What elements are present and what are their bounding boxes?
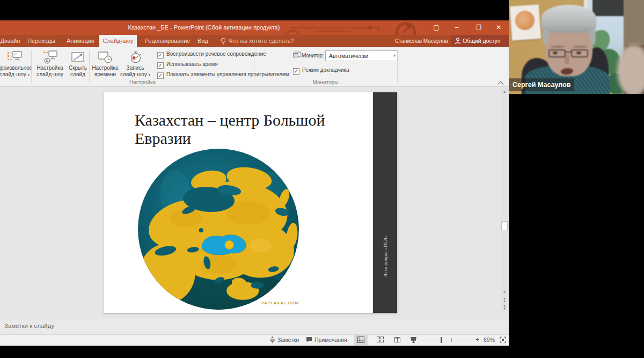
share-button[interactable]: Общий доступ bbox=[451, 35, 509, 47]
webcam-person-eyebrow bbox=[551, 46, 565, 48]
checkbox-show-media-controls[interactable]: ✓Показать элементы управления проигрыват… bbox=[157, 71, 289, 78]
checkbox-play-narrations[interactable]: ✓Воспроизвести речевое сопровождение bbox=[157, 50, 266, 58]
title-bar: ↗ Казахстан _БЕ - PowerPoint (Сбой актив… bbox=[0, 20, 509, 35]
monitor-dropdown[interactable]: Автоматически ▾ bbox=[325, 50, 398, 61]
zoom-slider-thumb[interactable] bbox=[441, 337, 442, 343]
notes-icon bbox=[269, 337, 275, 343]
tab-review[interactable]: Рецензирование bbox=[138, 35, 196, 47]
slide-title-line2: Евразии bbox=[135, 129, 191, 147]
group-label-setup: Настройка bbox=[31, 79, 254, 85]
status-bar: Заметки Примечания bbox=[0, 334, 509, 346]
webcam-person-sideburn bbox=[590, 29, 596, 45]
tab-design[interactable]: Дизайн bbox=[0, 35, 20, 47]
ribbon-separator bbox=[254, 50, 254, 83]
comments-toggle-button[interactable]: Примечания bbox=[306, 335, 347, 345]
tab-transitions[interactable]: Переходы bbox=[23, 35, 60, 47]
reading-view-icon bbox=[394, 337, 401, 343]
checkbox-use-timings-label: Использовать время bbox=[166, 61, 218, 67]
slide-title: Казахстан – центр Большой Евразии bbox=[135, 111, 371, 148]
notes-pane[interactable]: Заметки к слайду bbox=[0, 318, 509, 334]
person-icon bbox=[455, 38, 461, 45]
fit-to-window-icon bbox=[500, 337, 506, 343]
record-slideshow-label: Запись слайд-шоу bbox=[120, 65, 147, 77]
monitor-icon bbox=[293, 52, 301, 59]
slide-sorter-icon bbox=[377, 337, 384, 343]
rehearse-timings-label: Настройка времени bbox=[92, 65, 118, 77]
normal-view-button[interactable] bbox=[354, 335, 368, 345]
checkbox-presenter-view-label: Режим докладчика bbox=[302, 67, 349, 73]
ribbon-separator bbox=[397, 50, 398, 83]
collapse-ribbon-button[interactable] bbox=[499, 81, 503, 86]
next-slide-button[interactable]: ▼▼ bbox=[501, 305, 508, 310]
webcam-person-hair bbox=[541, 5, 596, 33]
webcam-person-glasses-bridge bbox=[566, 52, 571, 53]
window-title: Казахстан _БЕ - PowerPoint (Сбой активац… bbox=[0, 20, 408, 35]
watermark-text: YAPLAKAL.COM bbox=[261, 301, 299, 305]
webcam-name-label: Сергей Масаулов bbox=[509, 78, 574, 91]
zoom-out-button[interactable]: − bbox=[422, 335, 427, 345]
webcam-person-eyebrow bbox=[573, 46, 587, 48]
comments-toggle-label: Примечания bbox=[314, 337, 347, 343]
lightbulb-icon bbox=[220, 38, 226, 45]
ribbon-separator bbox=[89, 50, 90, 83]
scroll-up-arrow[interactable]: ▲ bbox=[501, 88, 508, 96]
checkbox-icon: ✓ bbox=[157, 72, 164, 79]
zoom-level[interactable]: 69% bbox=[482, 335, 495, 345]
monitor-label: Монитор: bbox=[302, 53, 324, 59]
tab-slideshow[interactable]: Слайд-шоу bbox=[99, 35, 137, 47]
globe-image bbox=[137, 148, 299, 310]
slide-canvas: Казахстан – центр Большой Евразии bbox=[0, 87, 509, 318]
slide-side-strip: Ассоциация «ИСА» bbox=[373, 92, 397, 313]
reading-view-button[interactable] bbox=[390, 335, 404, 345]
record-slideshow-icon bbox=[119, 48, 151, 65]
checkbox-presenter-view[interactable]: ✓Режим докладчика bbox=[293, 67, 349, 74]
maximize-button[interactable]: ❐ bbox=[470, 20, 487, 35]
tell-me-box[interactable]: Что вы хотите сделать? bbox=[229, 35, 294, 47]
slideshow-view-button[interactable] bbox=[406, 335, 420, 345]
webcam-person-nose bbox=[565, 55, 569, 64]
webcam-person-sideburn bbox=[543, 29, 548, 45]
webcam-window-top-shade bbox=[592, 0, 624, 16]
checkbox-show-media-controls-label: Показать элементы управления проигрывате… bbox=[166, 71, 289, 77]
powerpoint-window: ↗ Казахстан _БЕ - PowerPoint (Сбой актив… bbox=[0, 20, 509, 346]
previous-slide-button[interactable]: ▲▲ bbox=[501, 297, 508, 303]
checkbox-play-narrations-label: Воспроизвести речевое сопровождение bbox=[166, 51, 266, 57]
tab-animation[interactable]: Анимация bbox=[62, 35, 99, 47]
slide[interactable]: Казахстан – центр Большой Евразии bbox=[104, 92, 397, 313]
checkbox-use-timings[interactable]: ✓Использовать время bbox=[157, 61, 218, 68]
checkbox-icon: ✓ bbox=[157, 62, 164, 69]
monitor-dropdown-value: Автоматически bbox=[329, 53, 368, 59]
minimize-button[interactable]: – bbox=[448, 20, 465, 35]
close-button[interactable]: ✕ bbox=[490, 20, 507, 35]
vertical-scrollbar[interactable]: ▲ ▼ ▲▲ ▼▼ bbox=[501, 88, 508, 311]
notes-placeholder: Заметки к слайду bbox=[4, 318, 54, 334]
ribbon-display-options-button[interactable]: ▢ bbox=[428, 20, 445, 35]
hide-slide-icon bbox=[67, 48, 89, 65]
checkbox-icon: ✓ bbox=[293, 68, 299, 75]
fit-to-window-button[interactable] bbox=[497, 335, 509, 345]
checkbox-icon: ✓ bbox=[157, 52, 164, 59]
share-button-label: Общий доступ bbox=[463, 38, 501, 44]
comment-icon bbox=[306, 337, 312, 343]
notes-toggle-button[interactable]: Заметки bbox=[269, 335, 299, 345]
normal-view-icon bbox=[357, 337, 364, 343]
zoom-in-button[interactable]: + bbox=[475, 335, 479, 345]
slide-title-line1: Казахстан – центр Большой bbox=[135, 111, 325, 129]
account-user-name[interactable]: Станислав Масаулов bbox=[395, 35, 449, 47]
scrollbar-thumb[interactable] bbox=[501, 221, 508, 230]
webcam-person-eye bbox=[553, 52, 558, 54]
ribbon-tabs: Дизайн Переходы Анимация Слайд-шоу Рецен… bbox=[0, 35, 509, 47]
ribbon: Произвольное слайд-шоу ▾ bbox=[0, 47, 509, 87]
slide-sorter-view-button[interactable] bbox=[373, 335, 387, 345]
scroll-down-arrow[interactable]: ▼ bbox=[501, 289, 508, 296]
custom-slideshow-icon bbox=[0, 48, 38, 65]
zoom-slider-tick bbox=[451, 338, 452, 342]
zoom-slider-track[interactable] bbox=[429, 340, 474, 340]
hide-slide-label: Скрыть слайд bbox=[69, 65, 87, 77]
slide-side-text: Ассоциация «ИСА» bbox=[383, 235, 388, 276]
webcam-person-hand bbox=[617, 45, 644, 94]
slideshow-icon bbox=[410, 337, 417, 343]
tab-view[interactable]: Вид bbox=[193, 35, 213, 47]
webcam-video[interactable]: Сергей Масаулов bbox=[509, 0, 644, 94]
ribbon-separator bbox=[31, 50, 32, 83]
